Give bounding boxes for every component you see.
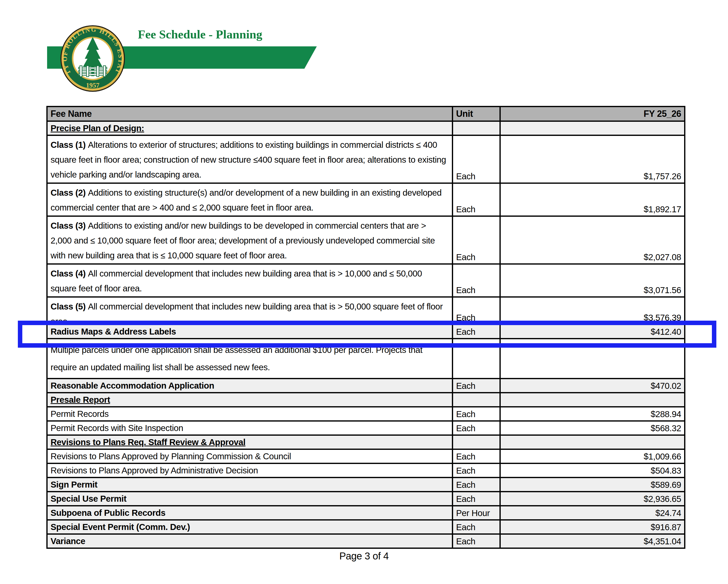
table-header-row: Fee Name Unit FY 25_26	[47, 107, 685, 121]
table-row: Class (5) All commercial development tha…	[47, 297, 685, 325]
table-row: Precise Plan of Design:	[47, 121, 685, 135]
table-row: Permit Records with Site InspectionEach$…	[47, 421, 685, 435]
table-row: Revisions to Plans Approved by Planning …	[47, 449, 685, 463]
fee-value-cell: $1,757.26	[500, 135, 685, 183]
fee-value-cell	[500, 435, 685, 449]
col-header-fee-name: Fee Name	[47, 107, 452, 121]
unit-cell	[452, 121, 500, 135]
unit-cell: Each	[452, 520, 500, 534]
fee-table-body: Precise Plan of Design:Class (1) Alterat…	[47, 121, 685, 548]
unit-cell: Each	[452, 264, 500, 297]
fee-value-cell: $2,936.65	[500, 492, 685, 506]
fee-value-cell: $2,027.08	[500, 216, 685, 264]
fee-value-cell: $589.69	[500, 478, 685, 492]
fee-value-cell: $288.94	[500, 407, 685, 421]
fee-name-cell: Special Event Permit (Comm. Dev.)	[47, 520, 452, 534]
fee-name-cell: Variance	[47, 534, 452, 548]
unit-cell: Each	[452, 325, 500, 339]
unit-cell: Per Hour	[452, 506, 500, 520]
unit-cell: Each	[452, 463, 500, 478]
fee-value-cell	[500, 121, 685, 135]
table-row: Class (4) All commercial development tha…	[47, 264, 685, 297]
fee-name-cell: Presale Report	[47, 393, 452, 407]
fee-name-cell: Subpoena of Public Records	[47, 506, 452, 520]
unit-cell	[452, 435, 500, 449]
table-row: Radius Maps & Address LabelsEach$412.40	[47, 325, 685, 339]
unit-cell: Each	[452, 534, 500, 548]
table-row: Reasonable Accommodation ApplicationEach…	[47, 379, 685, 393]
banner-city-name: City of Rolling Hills Estates	[91, 4, 226, 17]
fee-table: Fee Name Unit FY 25_26 Precise Plan of D…	[46, 106, 684, 549]
table-row: Class (2) Additions to existing structur…	[47, 183, 685, 216]
fee-name-cell: Revisions to Plans Approved by Administr…	[47, 463, 452, 478]
fee-value-cell: $412.40	[500, 325, 685, 339]
fee-value-cell: $3,071.56	[500, 264, 685, 297]
unit-cell: Each	[452, 449, 500, 463]
seal-year: 1957	[86, 82, 99, 89]
fee-name-cell: Permit Records with Site Inspection	[47, 421, 452, 435]
fee-name-cell: Multiple parcels under one application s…	[47, 339, 452, 379]
unit-cell	[452, 339, 500, 379]
table-row: Multiple parcels under one application s…	[47, 339, 685, 379]
table-row: Special Event Permit (Comm. Dev.)Each$91…	[47, 520, 685, 534]
table-row: Subpoena of Public RecordsPer Hour$24.74	[47, 506, 685, 520]
fee-name-cell: Class (3) Additions to existing and/or n…	[47, 216, 452, 264]
table-row: Revisions to Plans Req. Staff Review & A…	[47, 435, 685, 449]
page-number: Page 3 of 4	[0, 551, 728, 562]
fee-name-cell: Special Use Permit	[47, 492, 452, 506]
table-row: Sign PermitEach$589.69	[47, 478, 685, 492]
fee-value-cell: $470.02	[500, 379, 685, 393]
fee-name-cell: Revisions to Plans Req. Staff Review & A…	[47, 435, 452, 449]
col-header-unit: Unit	[452, 107, 500, 121]
unit-cell: Each	[452, 297, 500, 325]
fee-value-cell: $1,892.17	[500, 183, 685, 216]
fee-name-cell: Class (4) All commercial development tha…	[47, 264, 452, 297]
unit-cell: Each	[452, 183, 500, 216]
fee-name-cell: Reasonable Accommodation Application	[47, 379, 452, 393]
unit-cell	[452, 393, 500, 407]
fee-value-cell	[500, 393, 685, 407]
fee-name-cell: Precise Plan of Design:	[47, 121, 452, 135]
unit-cell: Each	[452, 379, 500, 393]
table-row: Revisions to Plans Approved by Administr…	[47, 463, 685, 478]
unit-cell: Each	[452, 407, 500, 421]
unit-cell: Each	[452, 216, 500, 264]
col-header-fy: FY 25_26	[500, 107, 685, 121]
fee-value-cell: $4,351.04	[500, 534, 685, 548]
fee-name-cell: Radius Maps & Address Labels	[47, 325, 452, 339]
fee-value-cell: $1,009.66	[500, 449, 685, 463]
fee-value-cell	[500, 339, 685, 379]
fee-value-cell: $3,576.39	[500, 297, 685, 325]
unit-cell: Each	[452, 478, 500, 492]
fee-value-cell: $24.74	[500, 506, 685, 520]
unit-cell: Each	[452, 135, 500, 183]
table-row: Class (1) Alterations to exterior of str…	[47, 135, 685, 183]
page-title: Fee Schedule - Planning	[138, 27, 262, 42]
fee-name-cell: Sign Permit	[47, 478, 452, 492]
table-row: VarianceEach$4,351.04	[47, 534, 685, 548]
table-row: Class (3) Additions to existing and/or n…	[47, 216, 685, 264]
fee-name-cell: Class (5) All commercial development tha…	[47, 297, 452, 325]
table-row: Special Use PermitEach$2,936.65	[47, 492, 685, 506]
fence-icon	[79, 66, 107, 77]
fee-value-cell: $568.32	[500, 421, 685, 435]
document-page: Fee Schedule - Planning City of Rolling …	[0, 0, 728, 584]
unit-cell: Each	[452, 492, 500, 506]
unit-cell: Each	[452, 421, 500, 435]
fee-value-cell: $916.87	[500, 520, 685, 534]
fee-name-cell: Class (2) Additions to existing structur…	[47, 183, 452, 216]
fee-value-cell: $504.83	[500, 463, 685, 478]
fee-name-cell: Revisions to Plans Approved by Planning …	[47, 449, 452, 463]
table-row: Permit RecordsEach$288.94	[47, 407, 685, 421]
table-row: Presale Report	[47, 393, 685, 407]
fee-name-cell: Permit Records	[47, 407, 452, 421]
city-seal-logo: CITY OF ROLLING HILLS ESTATES 1957	[60, 25, 125, 92]
fee-name-cell: Class (1) Alterations to exterior of str…	[47, 135, 452, 183]
